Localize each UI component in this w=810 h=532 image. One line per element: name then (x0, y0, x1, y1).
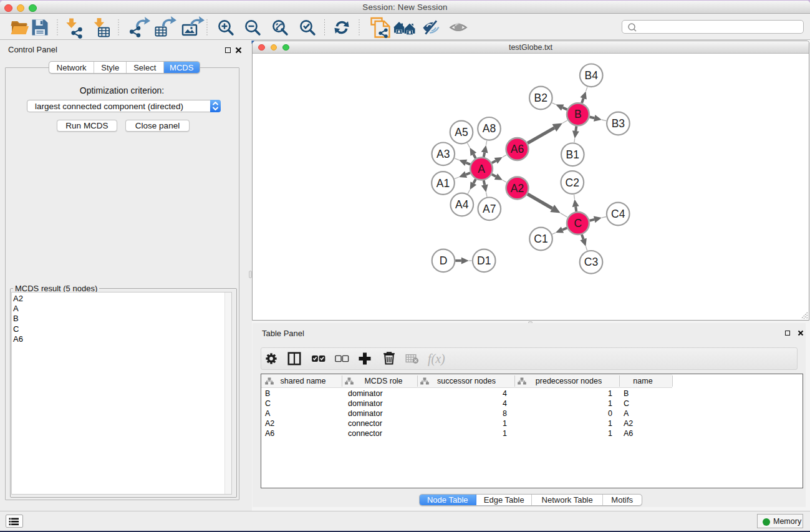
svg-text:f(x): f(x) (428, 352, 445, 366)
